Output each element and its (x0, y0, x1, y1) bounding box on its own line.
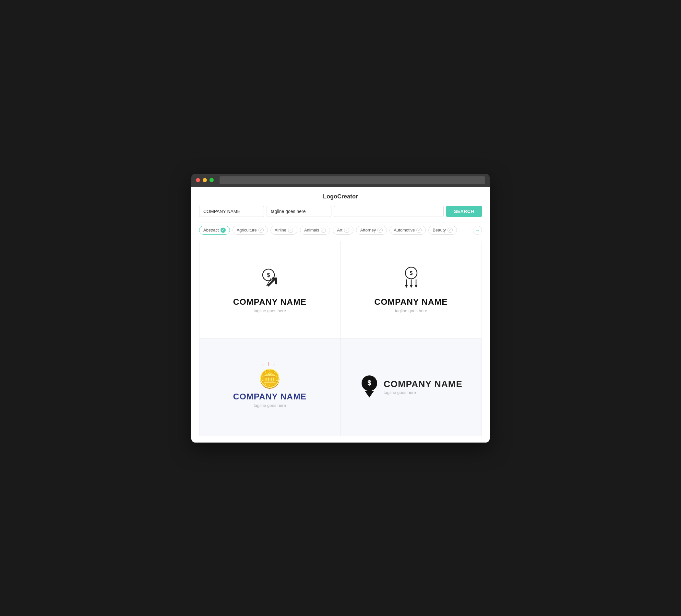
logo3-tagline: tagline goes here (254, 403, 286, 408)
maximize-button[interactable] (209, 178, 214, 182)
logo-icon-3: ↓ ↓ ↓ 🪙 (258, 366, 281, 388)
titlebar (191, 174, 490, 187)
svg-text:$: $ (409, 271, 412, 276)
logo2-company: COMPANY NAME (374, 297, 448, 307)
address-bar[interactable] (220, 176, 485, 184)
tagline-input[interactable] (267, 206, 331, 217)
filter-label-agriculture: Agriculture (237, 228, 257, 232)
app-body: LogoCreator SEARCH Abstract✓Agriculture✓… (191, 187, 490, 442)
logo-card-4[interactable]: $ COMPANY NAME tagline goes here (340, 338, 482, 436)
svg-marker-10 (414, 285, 418, 288)
logo-icon-1: $ (257, 266, 283, 293)
close-button[interactable] (196, 178, 200, 182)
filter-tag-automotive[interactable]: Automotive✓ (389, 226, 426, 235)
company-name-input[interactable] (199, 206, 264, 217)
filter-label-beauty: Beauty (433, 228, 446, 232)
svg-marker-8 (409, 285, 413, 288)
minimize-button[interactable] (203, 178, 207, 182)
filter-check-agriculture: ✓ (258, 228, 263, 233)
logo-card-3[interactable]: ↓ ↓ ↓ 🪙 COMPANY NAME tagline goes here (199, 338, 340, 436)
filter-label-animals: Animals (304, 228, 319, 232)
filter-tag-art[interactable]: Art✓ (333, 226, 353, 235)
svg-text:$: $ (368, 379, 371, 387)
filter-check-art: ✓ (344, 228, 349, 233)
filter-check-beauty: ✓ (448, 228, 453, 233)
logo-grid: $ COMPANY NAME tagline goes here (199, 241, 482, 436)
filter-check-attorney: ✓ (377, 228, 383, 233)
filter-tag-beauty[interactable]: Beauty✓ (428, 226, 457, 235)
filter-label-abstract: Abstract (203, 228, 219, 232)
filter-tag-animals[interactable]: Animals✓ (300, 226, 330, 235)
filter-bar: Abstract✓Agriculture✓Airline✓Animals✓Art… (199, 222, 482, 238)
logo-icon-2: $ (400, 266, 423, 293)
filter-label-automotive: Automotive (394, 228, 415, 232)
extra-search-input[interactable] (334, 206, 444, 217)
filter-tag-airline[interactable]: Airline✓ (271, 226, 297, 235)
logo4-text: COMPANY NAME tagline goes here (384, 379, 462, 395)
search-bar: SEARCH (199, 206, 482, 217)
filter-check-animals: ✓ (321, 228, 326, 233)
search-button[interactable]: SEARCH (446, 206, 482, 217)
filter-label-art: Art (337, 228, 343, 232)
filter-tag-abstract[interactable]: Abstract✓ (199, 226, 230, 235)
logo2-tagline: tagline goes here (395, 308, 427, 313)
app-title: LogoCreator (199, 193, 482, 200)
logo4-company: COMPANY NAME (384, 379, 462, 389)
filter-check-abstract: ✓ (221, 228, 226, 233)
logo-card-1[interactable]: $ COMPANY NAME tagline goes here (199, 241, 340, 338)
app-window: LogoCreator SEARCH Abstract✓Agriculture✓… (191, 174, 490, 442)
filter-tag-attorney[interactable]: Attorney✓ (356, 226, 387, 235)
logo1-tagline: tagline goes here (254, 308, 286, 313)
svg-marker-6 (405, 285, 408, 288)
filter-tag-agriculture[interactable]: Agriculture✓ (232, 226, 268, 235)
filter-check-airline: ✓ (288, 228, 293, 233)
logo3-company: COMPANY NAME (233, 392, 306, 402)
logo-icon-4: $ COMPANY NAME tagline goes here (360, 376, 462, 399)
logo4-tagline: tagline goes here (384, 390, 462, 395)
filter-check-automotive: ✓ (417, 228, 422, 233)
svg-text:$: $ (267, 272, 270, 278)
filter-label-airline: Airline (275, 228, 286, 232)
logo-card-2[interactable]: $ COMPANY NAME tagline goes here (340, 241, 482, 338)
filter-label-attorney: Attorney (360, 228, 376, 232)
logo1-company: COMPANY NAME (233, 297, 306, 307)
filter-next-button[interactable]: → (473, 226, 482, 235)
